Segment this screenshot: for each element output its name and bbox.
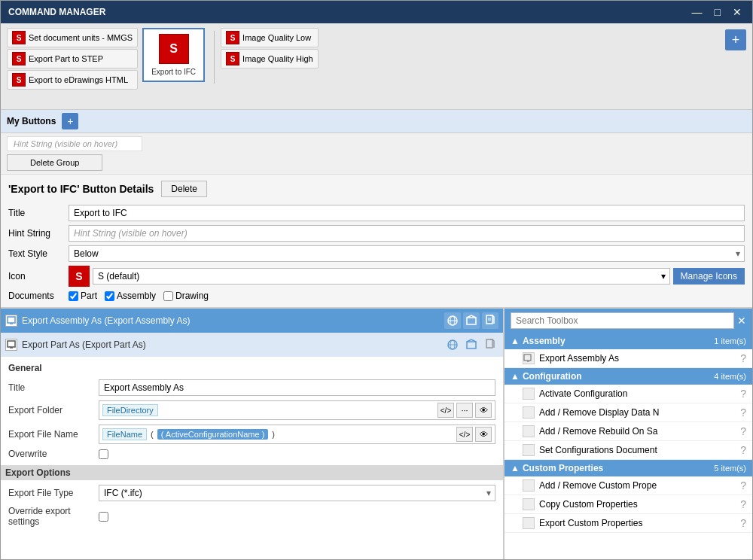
toolbox-config-help-1[interactable]: ?: [740, 406, 746, 418]
icon-select[interactable]: S (default): [93, 268, 670, 285]
svg-rect-14: [467, 342, 476, 348]
override-row: Override export settings: [8, 506, 495, 527]
toolbox-item-activate-config[interactable]: Activate Configuration ?: [505, 385, 752, 403]
doc-icon-1: [484, 339, 496, 351]
export-folder-code-btn[interactable]: </>: [437, 403, 454, 418]
export-icon-1: [7, 340, 16, 349]
drawing-checkbox-label[interactable]: Drawing: [163, 291, 209, 301]
add-toolbar-button[interactable]: +: [725, 29, 746, 50]
export-part-step-button[interactable]: S Export Part to STEP: [7, 49, 138, 68]
hint-delete-area: Hint String (visible on hover) Delete Gr…: [1, 133, 752, 175]
search-toolbox-input[interactable]: [511, 312, 734, 329]
export-edrawings-button[interactable]: S Export to eDrawings HTML: [7, 70, 138, 90]
toolbox-item-export-custom[interactable]: Export Custom Properties ?: [505, 514, 752, 533]
box-icon-1: [465, 339, 477, 351]
toolbox-item-help-0[interactable]: ?: [740, 352, 746, 364]
toolbox-item-export-assembly-as[interactable]: Export Assembly As ?: [505, 349, 752, 368]
toolbox-config-icon-1: [523, 406, 535, 418]
toolbox-custom-help-1[interactable]: ?: [740, 498, 746, 510]
hint-field-input[interactable]: [69, 225, 745, 242]
my-buttons-bar: My Buttons +: [1, 110, 752, 133]
text-style-select[interactable]: Below Right None: [69, 245, 745, 262]
export-options-title: Export Options: [5, 467, 71, 478]
toolbox-config-help-2[interactable]: ?: [740, 425, 746, 437]
img-quality-low-button[interactable]: S Image Quality Low: [221, 28, 319, 47]
set-doc-units-button[interactable]: S Set document units - MMGS: [7, 28, 138, 47]
custom-props-section-count: 5 item(s): [714, 464, 746, 473]
title-bar-controls: — □ ✕: [689, 6, 745, 18]
solidworks-icon: S: [12, 31, 26, 44]
action-globe-0[interactable]: [444, 312, 461, 329]
minimize-button[interactable]: —: [689, 6, 706, 18]
img-quality-high-button[interactable]: S Image Quality High: [221, 49, 319, 68]
list-item-0[interactable]: Export Assembly As (Export Assembly As): [1, 309, 503, 333]
delete-group-button[interactable]: Delete Group: [7, 154, 102, 171]
overwrite-label: Overwrite: [8, 449, 99, 459]
export-part-step-label: Export Part to STEP: [29, 54, 103, 63]
search-close-button[interactable]: ✕: [737, 315, 746, 327]
add-button-button[interactable]: +: [62, 113, 78, 129]
toolbar-area: S Set document units - MMGS S Export Par…: [1, 23, 752, 110]
action-doc-0[interactable]: [482, 312, 498, 329]
toolbar-separator: [214, 31, 215, 84]
file-type-select-wrapper: IFC (*.ifc) ▾: [99, 485, 495, 501]
file-type-select[interactable]: IFC (*.ifc): [99, 485, 495, 501]
part-checkbox[interactable]: [69, 291, 78, 301]
toolbox-item-add-remove-display[interactable]: Add / Remove Display Data N ?: [505, 403, 752, 422]
export-folder-eye-btn[interactable]: 👁: [475, 403, 492, 418]
export-filename-row: Export File Name FileName ( ( ActiveConf…: [8, 425, 495, 444]
action-box-1[interactable]: [463, 336, 480, 353]
window-title: COMMAND MANAGER: [8, 7, 105, 17]
flyout-icon[interactable]: S: [159, 34, 189, 64]
svg-rect-9: [8, 341, 15, 347]
action-doc-1[interactable]: [482, 336, 498, 353]
manage-icons-button[interactable]: Manage Icons: [673, 268, 745, 285]
toolbox-custom-icon-2: [523, 517, 535, 529]
list-item-1[interactable]: Export Part As (Export Part As): [1, 333, 503, 357]
assembly-checkbox[interactable]: [105, 291, 114, 301]
override-checkbox[interactable]: [99, 512, 108, 522]
export-filename-code-btn[interactable]: </>: [456, 427, 473, 442]
custom-props-section-header[interactable]: ▲ Custom Properties 5 item(s): [505, 460, 752, 476]
toolbox-item-copy-custom[interactable]: Copy Custom Properties ?: [505, 495, 752, 514]
action-box-0[interactable]: [463, 312, 480, 329]
drawing-checkbox[interactable]: [163, 291, 173, 301]
export-filename-eye-btn[interactable]: 👁: [475, 427, 492, 442]
toolbox-config-label-0: Activate Configuration: [539, 388, 736, 399]
toolbox-custom-help-0[interactable]: ?: [740, 479, 746, 492]
configuration-collapse-icon: ▲: [511, 371, 520, 382]
delete-button[interactable]: Delete: [161, 181, 207, 197]
documents-label: Documents: [8, 291, 69, 301]
svg-rect-15: [486, 339, 492, 348]
close-button[interactable]: ✕: [730, 6, 745, 18]
toolbox-config-help-0[interactable]: ?: [740, 388, 746, 400]
part-label: Part: [81, 291, 97, 301]
export-edrawings-label: Export to eDrawings HTML: [29, 75, 128, 84]
part-checkbox-label[interactable]: Part: [69, 291, 97, 301]
detail-title-input[interactable]: [99, 379, 495, 396]
icon-select-wrapper: S (default) ▾: [93, 268, 670, 285]
toolbox-item-add-remove-rebuild[interactable]: Add / Remove Rebuild On Sa ?: [505, 422, 752, 441]
export-folder-more-btn[interactable]: ···: [456, 403, 473, 418]
toolbox-config-help-3[interactable]: ?: [740, 444, 746, 456]
overwrite-row: Overwrite: [8, 449, 495, 459]
detail-title-label: Title: [8, 382, 99, 393]
overwrite-checkbox[interactable]: [99, 449, 108, 459]
assembly-section-title: Assembly: [523, 336, 566, 346]
assembly-checkbox-label[interactable]: Assembly: [105, 291, 156, 301]
toolbox-item-add-remove-custom[interactable]: Add / Remove Custom Prope ?: [505, 476, 752, 495]
title-field-label: Title: [8, 208, 69, 218]
title-field-input[interactable]: [69, 205, 745, 221]
override-label: Override export settings: [8, 506, 99, 527]
toolbox-custom-help-2[interactable]: ?: [740, 517, 746, 529]
toolbox-item-set-config-doc[interactable]: Set Configurations Document ?: [505, 441, 752, 460]
maximize-button[interactable]: □: [712, 6, 724, 18]
drawing-label: Drawing: [175, 291, 209, 301]
file-type-row: Export File Type IFC (*.ifc) ▾: [8, 485, 495, 501]
documents-row: Documents Part Assembly Drawing: [8, 291, 745, 301]
configuration-section-header[interactable]: ▲ Configuration 4 item(s): [505, 368, 752, 385]
action-globe-1[interactable]: [444, 336, 461, 353]
icon-preview: S: [69, 266, 90, 287]
assembly-section-header[interactable]: ▲ Assembly 1 item(s): [505, 333, 752, 349]
my-buttons-label: My Buttons: [7, 116, 56, 126]
